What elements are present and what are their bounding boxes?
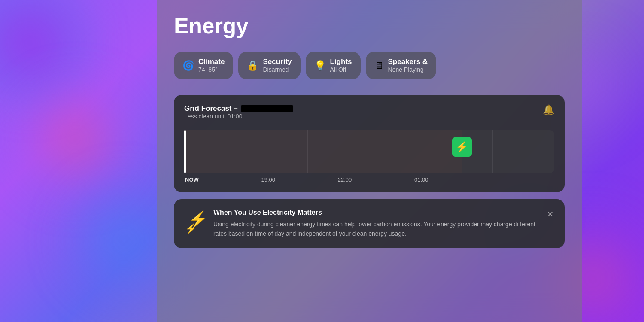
timeline-col-2 — [246, 130, 307, 173]
speakers-sublabel: None Playing — [388, 66, 428, 73]
info-content: When You Use Electricity Matters Using e… — [213, 209, 538, 238]
now-indicator-bar — [184, 130, 186, 173]
timeline-label-now: NOW — [185, 176, 199, 183]
lights-label: Lights — [330, 58, 352, 66]
lights-tab-text: Lights All Off — [330, 58, 352, 73]
security-sublabel: Disarmed — [263, 66, 292, 73]
speakers-icon: 🖥 — [374, 61, 384, 70]
security-tab-text: Security Disarmed — [263, 58, 292, 73]
tab-security[interactable]: 🔒 Security Disarmed — [238, 52, 300, 79]
info-card: ⚡ ⚡ When You Use Electricity Matters Usi… — [174, 199, 565, 248]
timeline-label-1900: 19:00 — [261, 176, 275, 183]
redacted-name — [241, 105, 293, 112]
climate-label: Climate — [198, 58, 225, 66]
notification-bell-icon[interactable]: 🔔 — [543, 104, 554, 115]
grid-forecast-card: Grid Forecast – Less clean until 01:00. … — [174, 95, 565, 192]
page-title: Energy — [174, 13, 565, 39]
tab-climate[interactable]: 🌀 Climate 74–85° — [174, 52, 233, 79]
card-header: Grid Forecast – Less clean until 01:00. … — [184, 104, 554, 128]
climate-icon: 🌀 — [182, 61, 194, 70]
security-icon: 🔒 — [247, 61, 258, 70]
info-body: Using electricity during cleaner energy … — [213, 220, 538, 238]
security-label: Security — [263, 58, 292, 66]
climate-tab-text: Climate 74–85° — [198, 58, 225, 73]
tab-speakers[interactable]: 🖥 Speakers & None Playing — [366, 52, 437, 79]
timeline-col-3 — [307, 130, 369, 173]
timeline-label-0100: 01:00 — [414, 176, 428, 183]
bg-blob-2 — [21, 86, 129, 193]
info-title: When You Use Electricity Matters — [213, 209, 538, 216]
tab-lights[interactable]: 💡 Lights All Off — [306, 52, 361, 79]
card-title-area: Grid Forecast – Less clean until 01:00. — [184, 104, 293, 128]
timeline-grid — [184, 130, 554, 173]
lights-sublabel: All Off — [330, 66, 352, 73]
lightning-stack-icon: ⚡ ⚡ — [185, 210, 205, 234]
card-title: Grid Forecast – — [184, 104, 293, 113]
speakers-tab-text: Speakers & None Playing — [388, 58, 428, 73]
clean-energy-marker: ⚡ — [452, 137, 472, 157]
timeline-label-2200: 22:00 — [338, 176, 352, 183]
info-icon-area: ⚡ ⚡ — [184, 209, 206, 234]
speakers-label: Speakers & — [388, 58, 428, 66]
lightning-small-icon: ⚡ — [185, 223, 197, 234]
timeline-col-4 — [369, 130, 431, 173]
climate-sublabel: 74–85° — [198, 66, 225, 73]
timeline-labels: NOW 19:00 22:00 01:00 — [184, 176, 554, 183]
tabs-row: 🌀 Climate 74–85° 🔒 Security Disarmed 💡 L… — [174, 52, 565, 79]
timeline-col-6 — [492, 130, 554, 173]
timeline-col-1 — [184, 130, 246, 173]
lights-icon: 💡 — [314, 61, 326, 70]
timeline-chart: ⚡ — [184, 130, 554, 173]
info-close-button[interactable]: ✕ — [546, 209, 554, 220]
content-area: Energy 🌀 Climate 74–85° 🔒 Security Disar… — [157, 0, 582, 322]
card-subtitle: Less clean until 01:00. — [184, 113, 293, 120]
